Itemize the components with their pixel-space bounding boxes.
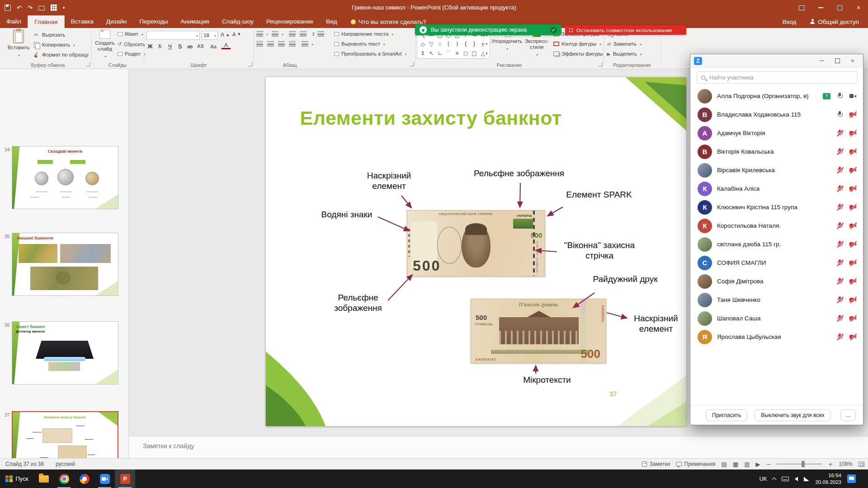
label-spark-element[interactable]: Елемент SPARK bbox=[565, 189, 633, 200]
justify-button[interactable] bbox=[289, 41, 296, 47]
action-center-icon[interactable] bbox=[847, 474, 856, 483]
network-icon[interactable] bbox=[804, 477, 809, 481]
normal-view-button[interactable]: ▤ bbox=[722, 461, 727, 468]
camera-off-icon[interactable] bbox=[849, 222, 857, 230]
slide-thumbnail-35[interactable]: Зношені банкноти bbox=[12, 233, 118, 296]
character-spacing-button[interactable]: АВ bbox=[196, 42, 205, 51]
participant-row[interactable]: В Вікторія Ковальська bbox=[690, 142, 863, 161]
text-shadow-button[interactable]: S bbox=[175, 42, 184, 51]
share-button[interactable]: Общий доступ bbox=[810, 19, 859, 25]
label-window-thread[interactable]: "Віконна" захисна стрічка bbox=[555, 240, 644, 261]
columns-button[interactable] bbox=[302, 41, 313, 47]
camera-off-icon[interactable] bbox=[849, 259, 857, 267]
slide-thumbnail-36[interactable]: Захист банкнот Детектор валюти bbox=[12, 321, 118, 385]
zoom-maximize-button[interactable] bbox=[830, 56, 844, 66]
volume-icon[interactable] bbox=[795, 477, 798, 481]
line-spacing-button[interactable]: ↕ bbox=[311, 31, 324, 37]
tab-home[interactable]: Главная bbox=[28, 15, 64, 28]
dialog-launcher-icon[interactable] bbox=[248, 62, 252, 66]
camera-off-icon[interactable] bbox=[849, 240, 857, 248]
file-explorer-taskbar-icon[interactable] bbox=[33, 469, 54, 488]
mic-muted-icon[interactable] bbox=[836, 277, 844, 285]
align-text-button[interactable]: Выровнять текст bbox=[334, 41, 385, 47]
slideshow-icon[interactable] bbox=[38, 6, 45, 10]
save-icon[interactable] bbox=[5, 5, 11, 11]
dialog-launcher-icon[interactable] bbox=[410, 62, 414, 66]
camera-off-icon[interactable] bbox=[849, 148, 857, 155]
numbering-button[interactable] bbox=[272, 31, 283, 37]
clock[interactable]: 16:54 20.09.2023 bbox=[815, 472, 841, 486]
new-slide-button[interactable]: Создать слайд bbox=[92, 30, 118, 60]
shape-outline-button[interactable]: Контур фигуры bbox=[553, 41, 601, 47]
dialog-launcher-icon[interactable] bbox=[598, 62, 602, 66]
camera-off-icon[interactable] bbox=[849, 277, 857, 285]
camera-off-icon[interactable] bbox=[849, 203, 857, 211]
cut-button[interactable]: Вырезать bbox=[33, 31, 65, 38]
participant-row[interactable]: Таня Шевченко bbox=[690, 291, 863, 309]
tab-transitions[interactable]: Переходы bbox=[133, 15, 174, 28]
more-options-button[interactable]: … bbox=[840, 409, 856, 421]
mic-muted-icon[interactable] bbox=[836, 222, 844, 230]
dialog-launcher-icon[interactable] bbox=[86, 62, 90, 66]
section-button[interactable]: Раздел bbox=[118, 51, 146, 56]
camera-off-icon[interactable] bbox=[849, 333, 857, 341]
bullets-button[interactable] bbox=[256, 31, 268, 37]
camera-off-icon[interactable] bbox=[849, 296, 857, 304]
italic-button[interactable]: К bbox=[156, 42, 165, 51]
reset-button[interactable]: ↺Сбросить bbox=[118, 41, 145, 47]
camera-off-icon[interactable] bbox=[849, 166, 857, 174]
font-name-combo[interactable] bbox=[146, 31, 200, 40]
mic-muted-icon[interactable] bbox=[836, 148, 844, 155]
label-through-element-right[interactable]: Наскрізний елемент bbox=[627, 313, 685, 334]
align-left-button[interactable] bbox=[256, 41, 263, 47]
participant-row[interactable]: К Калабіна Аліса bbox=[690, 179, 863, 198]
grow-font-button[interactable]: А▲ bbox=[221, 32, 229, 38]
label-through-element-top[interactable]: Наскрізний елемент bbox=[352, 170, 426, 191]
smartart-button[interactable]: Преобразовать в SmartArt bbox=[334, 51, 406, 56]
shrink-font-button[interactable]: А▼ bbox=[232, 32, 241, 37]
underline-button[interactable]: Ч bbox=[165, 42, 175, 51]
tab-insert[interactable]: Вставка bbox=[65, 15, 100, 28]
align-right-button[interactable] bbox=[278, 41, 285, 47]
zoom-level[interactable]: 108% bbox=[839, 461, 853, 467]
mic-icon[interactable] bbox=[836, 111, 844, 118]
hidden-icons-chevron-icon[interactable] bbox=[772, 477, 777, 482]
slide-thumbnail-34[interactable]: Складові монети bbox=[12, 146, 118, 209]
fit-to-window-icon[interactable] bbox=[859, 462, 864, 467]
notes-toggle[interactable]: Заметки bbox=[642, 461, 670, 467]
mic-muted-icon[interactable] bbox=[836, 203, 844, 211]
participant-row[interactable]: Софія Дімітрова bbox=[690, 272, 863, 291]
copy-button[interactable]: Копировать bbox=[33, 41, 75, 48]
mic-muted-icon[interactable] bbox=[836, 185, 844, 192]
invite-button[interactable]: Пригласить bbox=[706, 409, 747, 421]
participant-search-box[interactable] bbox=[697, 71, 858, 84]
participant-row[interactable]: В Владислава Ходаковська 115 bbox=[690, 105, 863, 124]
decrease-indent-button[interactable] bbox=[289, 31, 296, 37]
ribbon-display-options-button[interactable] bbox=[792, 0, 811, 15]
slide-thumbnail-37-selected[interactable]: Елементи захисту банкнот bbox=[12, 411, 118, 458]
camera-off-icon[interactable] bbox=[849, 314, 857, 322]
tab-animations[interactable]: Анимация bbox=[175, 15, 216, 28]
select-button[interactable]: ▶Выделить bbox=[607, 51, 642, 56]
label-microtext[interactable]: Мікротексти bbox=[507, 375, 587, 385]
participant-row[interactable]: Шаповал Саша bbox=[690, 309, 863, 328]
browser-2-taskbar-icon[interactable] bbox=[74, 469, 94, 488]
close-button[interactable]: × bbox=[849, 0, 868, 15]
participant-row[interactable]: К Коростильова Наталя. bbox=[690, 216, 863, 235]
zoom-slider[interactable] bbox=[777, 464, 822, 465]
align-center-button[interactable] bbox=[267, 41, 274, 47]
slide-canvas[interactable]: Елементи захисту банкнот НАЦІОНАЛЬНИЙ БА… bbox=[266, 77, 686, 426]
zoom-minimize-button[interactable] bbox=[815, 56, 829, 66]
shape-effects-button[interactable]: Эффекты фигуры bbox=[553, 51, 608, 56]
language-indicator[interactable]: русский bbox=[56, 461, 75, 467]
search-input[interactable] bbox=[708, 74, 853, 81]
slideshow-view-button[interactable]: ▶ bbox=[755, 461, 760, 468]
comments-toggle[interactable]: Примечания bbox=[676, 461, 715, 467]
mic-muted-icon[interactable] bbox=[836, 129, 844, 137]
stop-share-button[interactable]: Остановить совместное использование bbox=[565, 25, 686, 35]
label-relief-image-bottom[interactable]: Рельєфне зображення bbox=[317, 292, 399, 313]
change-case-button[interactable]: Аа bbox=[209, 42, 218, 51]
camera-off-icon[interactable] bbox=[849, 185, 857, 192]
redo-icon[interactable]: ↷ bbox=[28, 5, 33, 11]
label-rainbow-print[interactable]: Райдужний друк bbox=[590, 274, 661, 284]
